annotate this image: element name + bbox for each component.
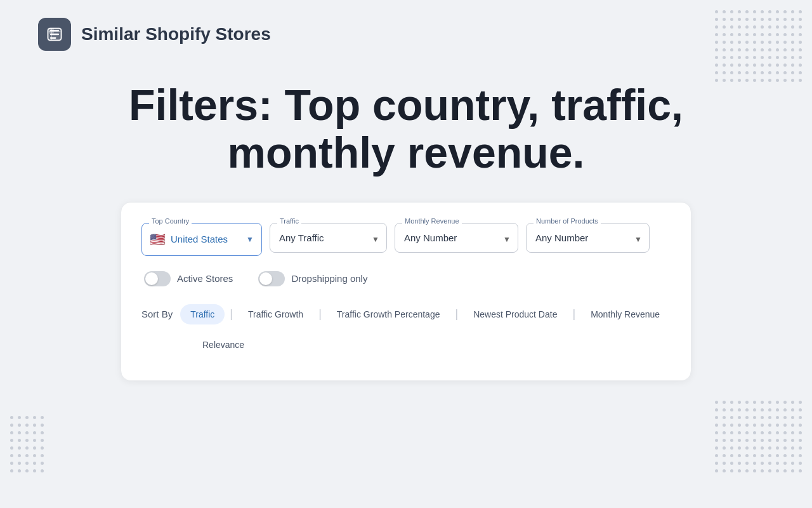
dropshipping-toggle[interactable] (258, 271, 285, 286)
divider-4: | (572, 307, 575, 321)
traffic-wrapper: Traffic Any Traffic Low Medium High ▼ (270, 223, 387, 256)
sort-traffic-growth-pct-button[interactable]: Traffic Growth Percentage (327, 304, 450, 324)
divider-3: | (455, 307, 458, 321)
traffic-select[interactable]: Any Traffic Low Medium High (270, 223, 387, 253)
traffic-label: Traffic (277, 217, 301, 225)
top-country-wrapper: Top Country 🇺🇸 United States ▼ (141, 223, 262, 256)
sort-monthly-revenue-button[interactable]: Monthly Revenue (580, 304, 670, 324)
filter-card: Top Country 🇺🇸 United States ▼ Traffic A… (121, 202, 691, 381)
divider-1: | (230, 307, 233, 321)
top-country-select[interactable]: 🇺🇸 United States ▼ (141, 223, 262, 256)
revenue-wrapper: Monthly Revenue Any Number < $1K $1K–$10… (395, 223, 518, 256)
active-stores-toggle[interactable] (144, 271, 171, 286)
revenue-select[interactable]: Any Number < $1K $1K–$10K $10K+ (395, 223, 518, 253)
main-content: Filters: Top country, traffic, monthly r… (0, 69, 812, 394)
divider-2: | (318, 307, 322, 321)
products-label: Number of Products (534, 217, 601, 225)
us-flag: 🇺🇸 (150, 232, 166, 247)
active-stores-knob (145, 272, 158, 285)
products-wrapper: Number of Products Any Number 1–10 11–10… (526, 223, 650, 256)
active-stores-label: Active Stores (177, 273, 233, 284)
revenue-label: Monthly Revenue (402, 217, 462, 225)
header: Similar Shopify Stores (0, 0, 812, 69)
sort-traffic-button[interactable]: Traffic (180, 304, 225, 324)
sort-row: Sort By Traffic | Traffic Growth | Traff… (141, 304, 671, 355)
toggles-row: Active Stores Dropshipping only (141, 271, 671, 286)
sort-by-label: Sort By (141, 309, 173, 319)
active-stores-toggle-item: Active Stores (144, 271, 233, 286)
country-chevron-icon: ▼ (246, 235, 254, 244)
sort-newest-product-button[interactable]: Newest Product Date (463, 304, 567, 324)
country-name: United States (171, 234, 228, 244)
top-country-label: Top Country (149, 217, 192, 225)
dropshipping-toggle-item: Dropshipping only (258, 271, 367, 286)
dropdowns-row: Top Country 🇺🇸 United States ▼ Traffic A… (141, 223, 671, 256)
sort-relevance-button[interactable]: Relevance (192, 335, 254, 355)
dropshipping-label: Dropshipping only (291, 273, 367, 284)
page-heading: Filters: Top country, traffic, monthly r… (129, 81, 683, 177)
products-select[interactable]: Any Number 1–10 11–100 100+ (526, 223, 650, 253)
sort-traffic-growth-button[interactable]: Traffic Growth (238, 304, 313, 324)
logo-icon (38, 18, 71, 51)
dropshipping-knob (259, 272, 272, 285)
svg-rect-2 (49, 29, 54, 34)
app-title: Similar Shopify Stores (81, 24, 271, 44)
